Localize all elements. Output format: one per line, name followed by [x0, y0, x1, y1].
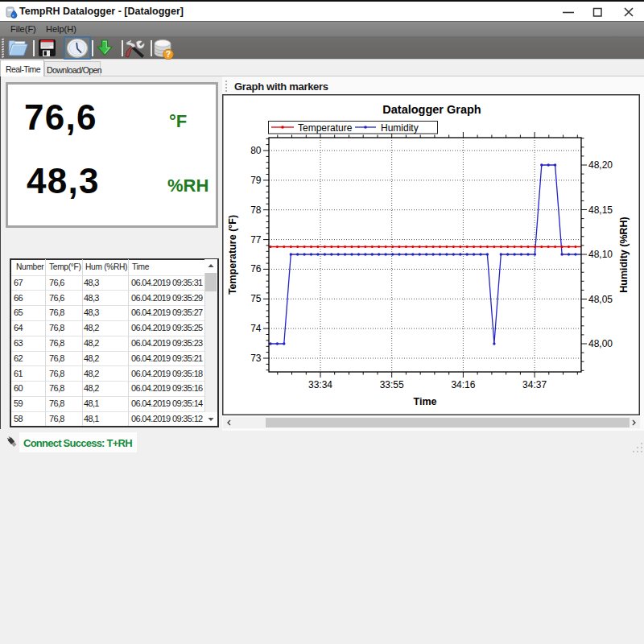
- svg-text:Humidity (%RH): Humidity (%RH): [618, 217, 630, 292]
- svg-text:34:37: 34:37: [522, 379, 547, 390]
- svg-text:78: 78: [250, 204, 262, 216]
- svg-text:Temperature (°F): Temperature (°F): [227, 215, 238, 295]
- svg-text:Temperature: Temperature: [298, 122, 353, 134]
- svg-text:48,05: 48,05: [588, 294, 613, 305]
- svg-text:Datalogger Graph: Datalogger Graph: [382, 103, 481, 116]
- svg-text:Time: Time: [414, 396, 437, 407]
- svg-text:79: 79: [250, 175, 262, 186]
- svg-text:?: ?: [166, 49, 171, 59]
- svg-text:33:34: 33:34: [308, 379, 332, 390]
- svg-text:76: 76: [250, 263, 262, 275]
- svg-text:73: 73: [250, 353, 262, 364]
- svg-text:74: 74: [250, 323, 262, 334]
- svg-text:48,10: 48,10: [588, 249, 613, 260]
- svg-text:33:55: 33:55: [380, 379, 404, 390]
- svg-text:34:16: 34:16: [451, 379, 475, 390]
- svg-text:48,15: 48,15: [588, 204, 613, 216]
- svg-text:80: 80: [250, 145, 262, 156]
- svg-text:77: 77: [250, 234, 262, 246]
- svg-text:75: 75: [250, 293, 262, 304]
- svg-text:48,00: 48,00: [588, 338, 613, 349]
- svg-text:48,20: 48,20: [588, 159, 613, 171]
- svg-text:Humidity: Humidity: [381, 122, 419, 134]
